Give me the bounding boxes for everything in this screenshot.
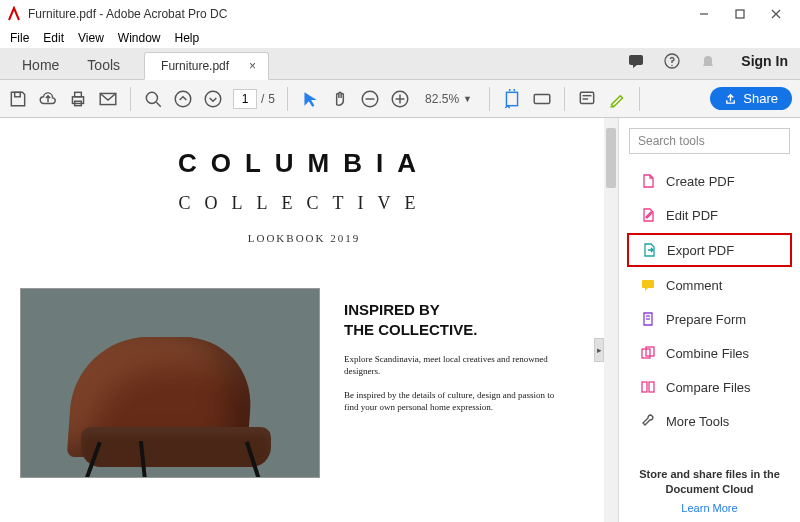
svg-rect-21	[506, 92, 517, 105]
acrobat-icon	[6, 6, 22, 22]
svg-point-14	[175, 91, 191, 107]
share-button[interactable]: Share	[710, 87, 792, 110]
maximize-button[interactable]	[722, 0, 758, 28]
svg-rect-34	[642, 382, 647, 392]
page-indicator: / 5	[233, 89, 275, 109]
svg-rect-26	[580, 92, 593, 103]
more-tools-icon	[640, 413, 656, 429]
tools-panel: Search tools Create PDF Edit PDF Export …	[618, 118, 800, 522]
svg-point-12	[146, 92, 157, 103]
svg-rect-35	[649, 382, 654, 392]
doc-headline-1: INSPIRED BY	[344, 300, 564, 320]
tool-compare-files[interactable]: Compare Files	[627, 371, 792, 403]
keyboard-icon[interactable]	[532, 89, 552, 109]
tool-combine-files[interactable]: Combine Files	[627, 337, 792, 369]
edit-pdf-icon	[640, 207, 656, 223]
tool-create-pdf[interactable]: Create PDF	[627, 165, 792, 197]
tool-more-tools[interactable]: More Tools	[627, 405, 792, 437]
scrollbar-thumb[interactable]	[606, 128, 616, 188]
doc-headline-2: THE COLLECTIVE.	[344, 320, 564, 340]
tool-comment[interactable]: Comment	[627, 269, 792, 301]
pointer-icon[interactable]	[300, 89, 320, 109]
document-viewport[interactable]: COLUMBIA COLLECTIVE LOOKBOOK 2019 INSPIR…	[0, 118, 618, 522]
page-current-input[interactable]	[233, 89, 257, 109]
help-icon[interactable]	[663, 52, 681, 70]
menu-view[interactable]: View	[78, 31, 104, 45]
toolbar: / 5 82.5% ▼ Share	[0, 80, 800, 118]
share-label: Share	[743, 91, 778, 106]
highlight-icon[interactable]	[607, 89, 627, 109]
document-tab-label: Furniture.pdf	[161, 59, 229, 73]
menu-bar: File Edit View Window Help	[0, 28, 800, 48]
cloud-icon[interactable]	[38, 89, 58, 109]
tool-prepare-form[interactable]: Prepare Form	[627, 303, 792, 335]
zoom-select[interactable]: 82.5% ▼	[420, 89, 477, 109]
doc-lookbook: LOOKBOOK 2019	[20, 232, 588, 244]
zoom-value: 82.5%	[425, 92, 459, 106]
window-title: Furniture.pdf - Adobe Acrobat Pro DC	[28, 7, 686, 21]
svg-rect-7	[15, 92, 21, 96]
learn-more-link[interactable]: Learn More	[633, 502, 786, 514]
close-tab-icon[interactable]: ×	[249, 59, 256, 73]
tool-label: More Tools	[666, 414, 729, 429]
sign-in-button[interactable]: Sign In	[741, 53, 788, 69]
compare-files-icon	[640, 379, 656, 395]
doc-para-2: Be inspired by the details of culture, d…	[344, 389, 564, 413]
panel-collapse-toggle[interactable]: ▸	[594, 338, 604, 362]
search-icon[interactable]	[143, 89, 163, 109]
tool-label: Edit PDF	[666, 208, 718, 223]
workspace: COLUMBIA COLLECTIVE LOOKBOOK 2019 INSPIR…	[0, 118, 800, 522]
promo-line-2: Document Cloud	[633, 482, 786, 496]
svg-line-13	[156, 102, 160, 106]
search-tools-input[interactable]: Search tools	[629, 128, 790, 154]
tool-label: Compare Files	[666, 380, 751, 395]
fit-width-icon[interactable]	[502, 89, 522, 109]
doc-brand-title: COLUMBIA	[20, 148, 588, 179]
svg-rect-22	[534, 94, 550, 103]
menu-file[interactable]: File	[10, 31, 29, 45]
close-button[interactable]	[758, 0, 794, 28]
tool-export-pdf[interactable]: Export PDF	[627, 233, 792, 267]
doc-hero-image	[20, 288, 320, 478]
export-pdf-icon	[641, 242, 657, 258]
cloud-promo: Store and share files in the Document Cl…	[619, 457, 800, 522]
vertical-scrollbar[interactable]	[604, 118, 618, 522]
page-sep: /	[261, 92, 264, 106]
create-pdf-icon	[640, 173, 656, 189]
note-icon[interactable]	[577, 89, 597, 109]
menu-edit[interactable]: Edit	[43, 31, 64, 45]
tool-edit-pdf[interactable]: Edit PDF	[627, 199, 792, 231]
zoom-in-icon[interactable]	[390, 89, 410, 109]
zoom-out-icon[interactable]	[360, 89, 380, 109]
window-titlebar: Furniture.pdf - Adobe Acrobat Pro DC	[0, 0, 800, 28]
nav-tools[interactable]: Tools	[73, 51, 134, 79]
menu-help[interactable]: Help	[175, 31, 200, 45]
page-total: 5	[268, 92, 275, 106]
minimize-button[interactable]	[686, 0, 722, 28]
page-up-icon[interactable]	[173, 89, 193, 109]
menu-window[interactable]: Window	[118, 31, 161, 45]
svg-rect-1	[736, 10, 744, 18]
save-icon[interactable]	[8, 89, 28, 109]
svg-point-15	[205, 91, 221, 107]
prepare-form-icon	[640, 311, 656, 327]
tool-label: Prepare Form	[666, 312, 746, 327]
bell-icon[interactable]	[699, 52, 717, 70]
chevron-down-icon: ▼	[463, 94, 472, 104]
chat-icon[interactable]	[627, 52, 645, 70]
print-icon[interactable]	[68, 89, 88, 109]
search-placeholder: Search tools	[638, 134, 705, 148]
document-tab[interactable]: Furniture.pdf ×	[144, 52, 269, 80]
mail-icon[interactable]	[98, 89, 118, 109]
comment-icon	[640, 277, 656, 293]
promo-line-1: Store and share files in the	[633, 467, 786, 481]
svg-point-6	[672, 65, 673, 66]
svg-rect-4	[629, 55, 643, 65]
doc-para-1: Explore Scandinavia, meet local creative…	[344, 353, 564, 377]
doc-text-column: INSPIRED BY THE COLLECTIVE. Explore Scan…	[344, 288, 564, 478]
nav-home[interactable]: Home	[8, 51, 73, 79]
svg-rect-29	[642, 280, 654, 288]
page-down-icon[interactable]	[203, 89, 223, 109]
hand-icon[interactable]	[330, 89, 350, 109]
svg-rect-9	[75, 92, 82, 96]
